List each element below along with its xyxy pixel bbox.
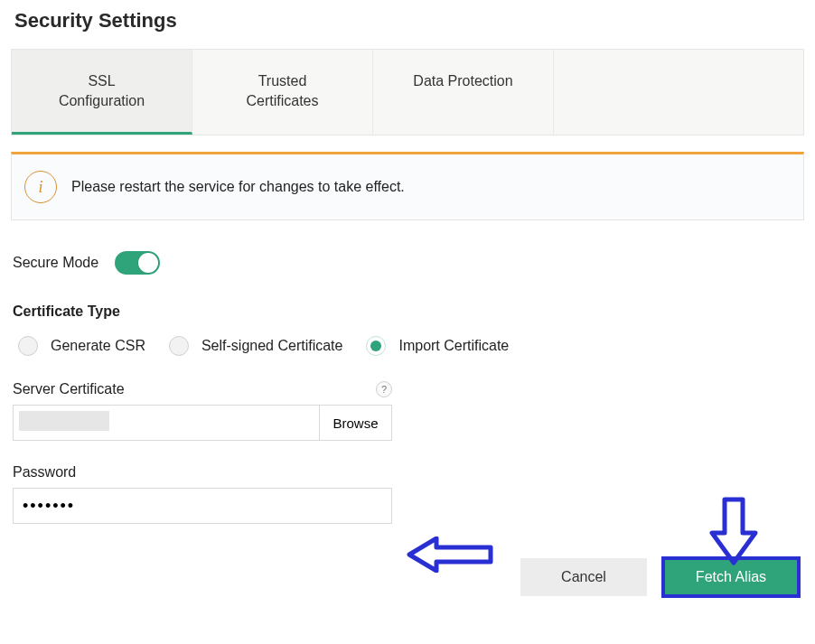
secure-mode-toggle[interactable] [115,251,160,275]
cancel-button[interactable]: Cancel [520,558,647,596]
radio-import-certificate-label: Import Certificate [398,338,509,354]
info-icon: i [24,171,57,203]
browse-button[interactable]: Browse [320,405,392,441]
file-placeholder [19,411,109,431]
tab-data-protection[interactable]: Data Protection [373,50,554,135]
server-certificate-file-row: Browse [13,405,392,441]
tab-empty-space [554,50,803,135]
password-input[interactable] [13,488,392,524]
certificate-type-label: Certificate Type [13,303,804,320]
alert-message: Please restart the service for changes t… [71,179,405,195]
radio-generate-csr-label: Generate CSR [51,338,145,354]
page-title: Security Settings [14,9,804,33]
secure-mode-row: Secure Mode [13,251,804,275]
tabs: SSL Configuration Trusted Certificates D… [11,49,804,135]
server-certificate-block: Server Certificate ? Browse [13,381,804,441]
tab-trusted-certificates[interactable]: Trusted Certificates [192,50,373,135]
server-certificate-label: Server Certificate [13,381,125,397]
server-certificate-input[interactable] [13,405,320,441]
fetch-alias-button[interactable]: Fetch Alias [663,558,799,596]
password-block: Password [13,464,804,524]
help-icon[interactable]: ? [376,381,392,397]
password-label: Password [13,464,804,481]
radio-self-signed[interactable] [169,336,189,356]
radio-import-certificate[interactable] [366,336,386,356]
radio-generate-csr[interactable] [18,336,38,356]
tab-ssl-configuration[interactable]: SSL Configuration [12,50,192,135]
toggle-knob [138,253,158,273]
radio-self-signed-label: Self-signed Certificate [201,338,343,354]
action-buttons: Cancel Fetch Alias [11,558,804,596]
secure-mode-label: Secure Mode [13,255,98,271]
restart-alert: i Please restart the service for changes… [11,152,804,220]
certificate-type-options: Generate CSR Self-signed Certificate Imp… [18,336,804,356]
